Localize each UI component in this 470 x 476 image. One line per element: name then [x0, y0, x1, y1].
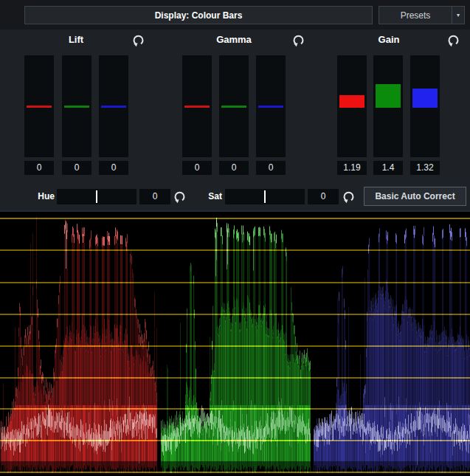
slider-handle[interactable]	[376, 84, 401, 108]
waveform-scope	[0, 210, 470, 476]
colour-correction-panel: Display: Colour Bars Presets ▾ Lift 0 0 …	[0, 0, 470, 476]
presets-button[interactable]: Presets ▾	[379, 6, 465, 24]
gamma-red-slider[interactable]	[182, 55, 212, 157]
sat-value[interactable]: 0	[308, 189, 339, 204]
slider-handle[interactable]	[27, 106, 52, 108]
lift-reset-button[interactable]	[131, 33, 145, 47]
gamma-blue-slider[interactable]	[256, 55, 286, 157]
lift-red-slider[interactable]	[24, 55, 54, 157]
hue-cursor	[96, 190, 97, 203]
reset-icon	[342, 190, 356, 204]
gain-reset-button[interactable]	[446, 33, 460, 47]
hue-reset-button[interactable]	[173, 190, 187, 204]
gamma-red-value[interactable]: 0	[182, 161, 212, 175]
reset-icon	[131, 33, 145, 47]
reset-icon	[446, 33, 460, 47]
basic-auto-correct-button[interactable]: Basic Auto Correct	[364, 187, 466, 206]
lift-green-value[interactable]: 0	[62, 161, 91, 175]
lift-blue-value[interactable]: 0	[99, 161, 128, 175]
slider-handle[interactable]	[101, 106, 126, 108]
gamma-green-slider[interactable]	[219, 55, 249, 157]
gamma-reset-button[interactable]	[291, 33, 305, 47]
gain-blue-slider[interactable]	[410, 55, 440, 157]
reset-icon	[173, 190, 187, 204]
slider-handle[interactable]	[412, 89, 438, 108]
sat-reset-button[interactable]	[342, 190, 356, 204]
lift-red-value[interactable]: 0	[24, 161, 54, 175]
gamma-green-value[interactable]: 0	[219, 161, 249, 175]
slider-handle[interactable]	[221, 106, 246, 108]
hue-value[interactable]: 0	[139, 189, 170, 204]
hue-slider[interactable]	[57, 189, 136, 204]
sat-label: Sat	[190, 191, 222, 201]
sat-cursor	[264, 190, 266, 203]
gain-blue-value[interactable]: 1.32	[410, 161, 440, 175]
lift-blue-slider[interactable]	[99, 55, 128, 157]
hue-label: Hue	[22, 191, 55, 201]
lift-green-slider[interactable]	[62, 55, 91, 157]
slider-handle[interactable]	[184, 106, 210, 108]
gain-red-value[interactable]: 1.19	[337, 161, 367, 175]
slider-handle[interactable]	[64, 106, 89, 108]
display-mode-button[interactable]: Display: Colour Bars	[24, 6, 373, 24]
gain-green-value[interactable]: 1.4	[373, 161, 403, 175]
presets-label: Presets	[379, 7, 452, 24]
reset-icon	[291, 33, 305, 47]
chevron-down-icon[interactable]: ▾	[452, 7, 464, 24]
slider-handle[interactable]	[258, 106, 283, 108]
slider-handle[interactable]	[339, 95, 364, 108]
gain-red-slider[interactable]	[337, 55, 367, 157]
gain-green-slider[interactable]	[373, 55, 403, 157]
sat-slider[interactable]	[225, 189, 305, 204]
gamma-blue-value[interactable]: 0	[256, 161, 286, 175]
waveform-canvas	[0, 212, 470, 476]
gain-title: Gain	[337, 34, 440, 45]
gamma-title: Gamma	[182, 34, 286, 45]
lift-title: Lift	[24, 34, 128, 45]
